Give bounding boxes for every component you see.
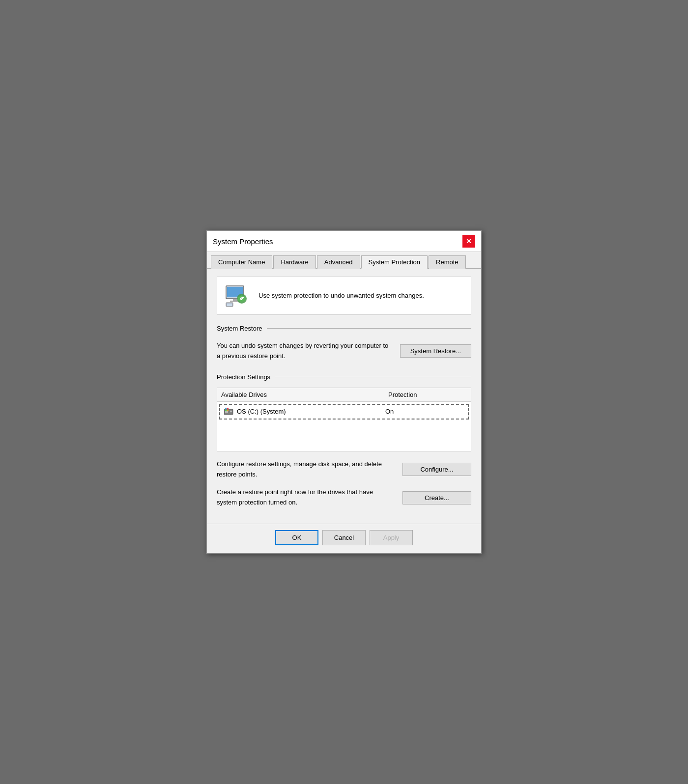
system-restore-description: You can undo system changes by reverting… xyxy=(217,341,400,362)
configure-text: Configure restore settings, manage disk … xyxy=(217,459,402,480)
title-bar: System Properties ✕ xyxy=(207,231,481,252)
create-text: Create a restore point right now for the… xyxy=(217,487,402,508)
cancel-button[interactable]: Cancel xyxy=(322,530,366,545)
drive-icon xyxy=(224,408,234,416)
tab-system-protection[interactable]: System Protection xyxy=(361,255,428,269)
svg-point-11 xyxy=(230,410,232,412)
protection-settings-header: Protection Settings xyxy=(217,373,471,381)
info-text: Use system protection to undo unwanted s… xyxy=(258,291,424,301)
configure-row: Configure restore settings, manage disk … xyxy=(217,459,471,480)
drives-table: Available Drives Protection OS (C:) (Sys… xyxy=(217,388,471,451)
svg-rect-12 xyxy=(225,408,227,410)
system-restore-header: System Restore xyxy=(217,325,471,332)
svg-rect-8 xyxy=(227,304,232,306)
pc-icon xyxy=(225,284,251,308)
system-restore-button[interactable]: System Restore... xyxy=(400,344,471,358)
create-row: Create a restore point right now for the… xyxy=(217,487,471,508)
ok-button[interactable]: OK xyxy=(275,530,318,545)
drives-table-header: Available Drives Protection xyxy=(217,388,471,402)
system-properties-dialog: System Properties ✕ Computer Name Hardwa… xyxy=(206,230,482,554)
svg-rect-2 xyxy=(233,299,237,301)
drive-protection: On xyxy=(385,408,464,415)
tab-hardware[interactable]: Hardware xyxy=(273,255,315,269)
dialog-title: System Properties xyxy=(213,237,273,246)
drives-empty-area xyxy=(217,421,471,451)
system-restore-row: You can undo system changes by reverting… xyxy=(217,339,471,364)
tab-remote[interactable]: Remote xyxy=(429,255,466,269)
info-box: Use system protection to undo unwanted s… xyxy=(217,277,471,315)
svg-rect-14 xyxy=(225,409,227,411)
section-divider-2 xyxy=(275,377,471,377)
svg-rect-13 xyxy=(227,408,229,410)
drive-row[interactable]: OS (C:) (System) On xyxy=(219,404,469,420)
dialog-footer: OK Cancel Apply xyxy=(207,524,481,553)
protection-settings-label: Protection Settings xyxy=(217,373,270,381)
svg-rect-15 xyxy=(227,409,229,411)
drive-name: OS (C:) (System) xyxy=(237,408,385,415)
configure-button[interactable]: Configure... xyxy=(402,463,471,476)
create-button[interactable]: Create... xyxy=(402,491,471,504)
tab-advanced[interactable]: Advanced xyxy=(317,255,360,269)
col-protection-header: Protection xyxy=(388,391,467,398)
tab-content: Use system protection to undo unwanted s… xyxy=(207,269,481,524)
section-divider xyxy=(267,328,471,329)
system-restore-label: System Restore xyxy=(217,325,262,332)
tab-bar: Computer Name Hardware Advanced System P… xyxy=(207,252,481,269)
col-drives-header: Available Drives xyxy=(221,391,388,398)
tab-computer-name[interactable]: Computer Name xyxy=(211,255,272,269)
close-button[interactable]: ✕ xyxy=(462,235,475,248)
apply-button[interactable]: Apply xyxy=(370,530,413,545)
